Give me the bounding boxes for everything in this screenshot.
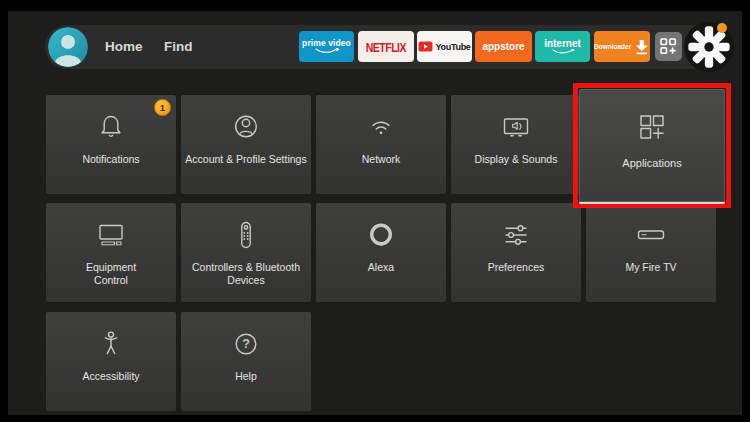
tile-label: Applications: [579, 157, 725, 171]
settings-gear-button[interactable]: [684, 22, 734, 72]
amazon-smile-icon: [314, 48, 340, 55]
svg-text:?: ?: [242, 337, 250, 351]
profile-avatar[interactable]: [48, 27, 88, 67]
app-shortcut-prime-video[interactable]: prime video: [299, 31, 354, 62]
apps-grid-button[interactable]: [655, 32, 682, 61]
alexa-icon: [363, 217, 399, 253]
nav-home[interactable]: Home: [105, 25, 143, 69]
netflix-label: NETFLIX: [366, 40, 406, 54]
tile-network[interactable]: Network: [316, 95, 446, 194]
prime-video-label: prime video: [302, 38, 351, 48]
amazon-smile-icon: [550, 49, 576, 55]
tile-equipment-control[interactable]: Equipment Control: [46, 203, 176, 302]
apps-grid-icon: [659, 37, 678, 56]
tile-applications[interactable]: Applications: [579, 89, 725, 204]
tile-controllers-bluetooth[interactable]: Controllers & Bluetooth Devices: [181, 203, 311, 302]
downloader-label: Downloader: [594, 43, 631, 50]
app-shortcut-downloader[interactable]: Downloader: [594, 31, 650, 62]
app-shortcut-netflix[interactable]: NETFLIX: [358, 31, 414, 62]
app-shortcut-appstore[interactable]: appstore: [475, 31, 532, 62]
fire-tv-stick-icon: [633, 217, 669, 253]
display-speaker-icon: [498, 109, 534, 145]
appstore-label: appstore: [482, 41, 524, 52]
settings-notification-dot: [717, 23, 727, 33]
tile-label: Account & Profile Settings: [181, 153, 311, 166]
tile-label: Display & Sounds: [451, 153, 581, 166]
fire-tv-settings-screen: Home Find prime video NETFLIX YouTube ap…: [0, 0, 750, 422]
content-area: Home Find prime video NETFLIX YouTube ap…: [8, 11, 742, 415]
bell-icon: [93, 109, 129, 145]
tile-alexa[interactable]: Alexa: [316, 203, 446, 302]
internet-label: internet: [544, 38, 581, 49]
sliders-icon: [498, 217, 534, 253]
tile-help[interactable]: ? Help: [181, 312, 311, 411]
tile-preferences[interactable]: Preferences: [451, 203, 581, 302]
app-shortcut-youtube[interactable]: YouTube: [417, 31, 472, 62]
youtube-label: YouTube: [435, 42, 470, 52]
question-mark-icon: ?: [228, 326, 264, 362]
tile-label: My Fire TV: [586, 261, 716, 274]
equipment-icon: [93, 217, 129, 253]
tile-label: Equipment Control: [46, 261, 176, 287]
tile-notifications[interactable]: 1 Notifications: [46, 95, 176, 194]
tile-label: Accessibility: [46, 370, 176, 383]
tile-account-profile-settings[interactable]: Account & Profile Settings: [181, 95, 311, 194]
account-person-icon: [228, 109, 264, 145]
profile-person-icon: [48, 27, 88, 67]
tile-my-fire-tv[interactable]: My Fire TV: [586, 203, 716, 302]
wifi-icon: [363, 109, 399, 145]
tile-label: Network: [316, 153, 446, 166]
tile-label: Preferences: [451, 261, 581, 274]
tile-label: Alexa: [316, 261, 446, 274]
tile-label: Controllers & Bluetooth Devices: [181, 261, 311, 287]
notification-badge: 1: [154, 99, 171, 116]
download-arrow-icon: [634, 38, 650, 56]
remote-icon: [228, 217, 264, 253]
tile-accessibility[interactable]: Accessibility: [46, 312, 176, 411]
accessibility-person-icon: [93, 326, 129, 362]
tile-label: Notifications: [46, 153, 176, 166]
youtube-play-icon: [418, 41, 433, 52]
app-shortcut-internet[interactable]: internet: [535, 31, 590, 62]
applications-icon: [632, 107, 672, 147]
nav-find[interactable]: Find: [164, 25, 193, 69]
tile-display-sounds[interactable]: Display & Sounds: [451, 95, 581, 194]
tile-label: Help: [181, 370, 311, 383]
